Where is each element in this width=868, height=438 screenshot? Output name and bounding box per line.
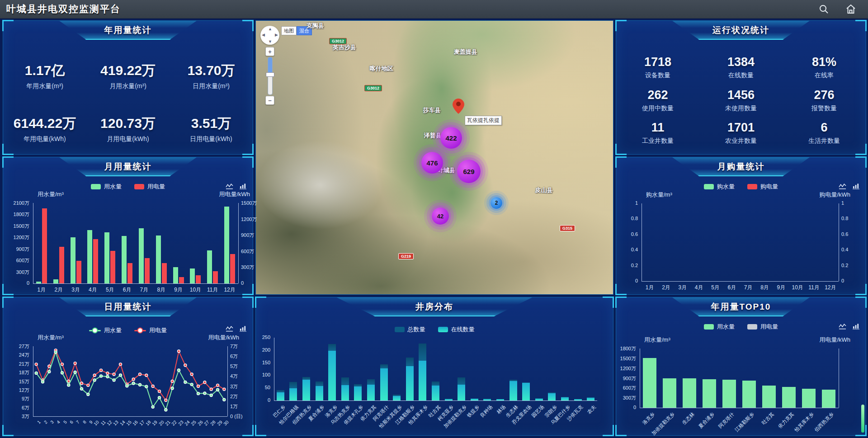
bar-online[interactable]: [548, 393, 556, 400]
map-canvas[interactable]: 地图 混合 ▲ ▼ ◀ ▶ + − 克陶县英吉沙县麦盖提县喀什地区莎车县泽普县叶…: [255, 20, 613, 295]
bar-water[interactable]: [802, 389, 816, 408]
bar-water[interactable]: [683, 378, 696, 408]
map-pan-control[interactable]: ▲ ▼ ◀ ▶: [260, 26, 279, 45]
data-point[interactable]: [54, 351, 57, 353]
daily-line-chart[interactable]: [33, 346, 227, 416]
data-point[interactable]: [184, 364, 187, 367]
bar-online[interactable]: [458, 385, 465, 400]
pan-down-icon[interactable]: ▼: [268, 39, 272, 44]
bar-water[interactable]: [782, 387, 796, 408]
bar-electric[interactable]: [162, 263, 167, 283]
data-point[interactable]: [113, 373, 115, 376]
data-point[interactable]: [223, 388, 226, 391]
home-icon[interactable]: [845, 4, 856, 14]
data-point[interactable]: [178, 369, 180, 372]
data-point[interactable]: [93, 374, 96, 377]
bar-water[interactable]: [722, 380, 736, 408]
bar-chart-icon[interactable]: [240, 325, 246, 334]
bar-online[interactable]: [445, 399, 453, 400]
data-point[interactable]: [151, 385, 154, 388]
data-point[interactable]: [132, 382, 135, 385]
line-chart-icon[interactable]: [839, 323, 846, 331]
bar-water[interactable]: [207, 250, 212, 283]
data-point[interactable]: [139, 383, 142, 386]
legend-item[interactable]: 总数量: [395, 325, 425, 334]
bar-online[interactable]: [561, 397, 569, 400]
bar-water[interactable]: [643, 358, 656, 408]
pan-right-icon[interactable]: ▶: [275, 33, 278, 37]
bar-electric[interactable]: [127, 263, 132, 283]
bar-online[interactable]: [289, 388, 297, 400]
bar-total[interactable]: [496, 399, 504, 400]
zoom-out-button[interactable]: −: [265, 96, 274, 105]
bar-total[interactable]: [419, 344, 426, 361]
bar-total[interactable]: [522, 382, 530, 383]
legend-item[interactable]: 用电量: [134, 326, 167, 334]
bar-electric[interactable]: [42, 208, 47, 283]
data-point[interactable]: [74, 362, 76, 365]
bar-total[interactable]: [380, 364, 388, 368]
bar-total[interactable]: [354, 384, 362, 386]
bar-online[interactable]: [471, 399, 478, 400]
pan-up-icon[interactable]: ▲: [268, 27, 272, 31]
data-point[interactable]: [100, 375, 103, 377]
data-point[interactable]: [106, 375, 109, 378]
map-cluster-bubble[interactable]: 42: [432, 207, 449, 225]
search-icon[interactable]: [818, 4, 829, 14]
bar-online[interactable]: [509, 381, 517, 400]
legend-item[interactable]: 购水量: [704, 183, 735, 191]
data-point[interactable]: [210, 394, 212, 397]
bar-water[interactable]: [139, 228, 144, 283]
legend-item[interactable]: 用水量: [89, 326, 122, 334]
bar-water[interactable]: [703, 379, 716, 408]
bar-electric[interactable]: [59, 247, 64, 283]
data-point[interactable]: [74, 371, 76, 373]
map-cluster-bubble[interactable]: 476: [421, 152, 443, 174]
data-point[interactable]: [87, 393, 90, 396]
data-point[interactable]: [106, 372, 109, 375]
data-point[interactable]: [35, 372, 38, 374]
bar-total[interactable]: [316, 381, 323, 386]
data-point[interactable]: [87, 384, 90, 386]
scrollbar-thumb[interactable]: [861, 405, 864, 433]
bar-online[interactable]: [496, 399, 504, 400]
bar-electric[interactable]: [213, 271, 218, 283]
data-point[interactable]: [145, 385, 148, 388]
zoom-in-button[interactable]: +: [265, 47, 274, 56]
bar-water[interactable]: [87, 230, 92, 283]
bar-online[interactable]: [483, 399, 491, 400]
bar-water[interactable]: [742, 381, 756, 408]
bar-online[interactable]: [328, 351, 336, 400]
data-point[interactable]: [171, 387, 174, 390]
zoom-slider-handle[interactable]: [266, 72, 274, 77]
legend-item[interactable]: 用水量: [704, 323, 735, 331]
bar-online[interactable]: [574, 399, 582, 400]
data-point[interactable]: [42, 381, 44, 383]
data-point[interactable]: [80, 387, 83, 390]
bar-total[interactable]: [445, 399, 453, 399]
data-point[interactable]: [190, 383, 193, 386]
bar-online[interactable]: [302, 380, 310, 400]
bar-online[interactable]: [341, 385, 349, 400]
map-cluster-bubble[interactable]: 629: [457, 160, 481, 183]
bar-water[interactable]: [36, 282, 41, 283]
data-point[interactable]: [178, 350, 180, 353]
bar-total[interactable]: [587, 397, 594, 398]
data-point[interactable]: [113, 379, 115, 381]
data-point[interactable]: [61, 372, 64, 374]
bar-online[interactable]: [522, 383, 530, 400]
bar-water[interactable]: [122, 236, 127, 283]
bar-water[interactable]: [173, 267, 178, 283]
legend-item[interactable]: 用水量: [91, 183, 122, 191]
bar-electric[interactable]: [179, 277, 184, 283]
data-point[interactable]: [171, 380, 174, 383]
bar-online[interactable]: [393, 396, 401, 400]
bar-total[interactable]: [367, 379, 375, 385]
data-point[interactable]: [151, 405, 154, 408]
bar-total[interactable]: [548, 392, 556, 393]
data-point[interactable]: [132, 378, 135, 381]
pan-left-icon[interactable]: ◀: [262, 33, 265, 37]
bar-chart-icon[interactable]: [853, 183, 859, 191]
bar-online[interactable]: [432, 386, 439, 400]
bar-chart-icon[interactable]: [853, 323, 859, 331]
